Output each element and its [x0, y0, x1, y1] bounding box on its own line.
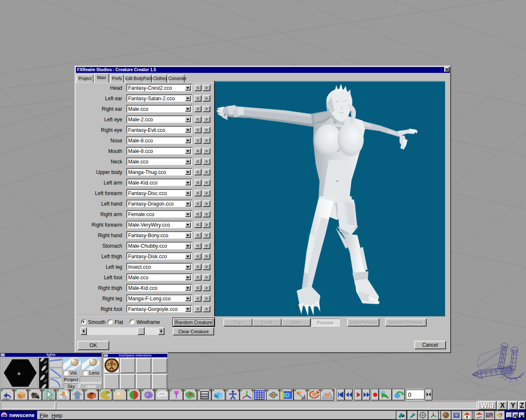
svg-text:?: ? [499, 412, 503, 419]
